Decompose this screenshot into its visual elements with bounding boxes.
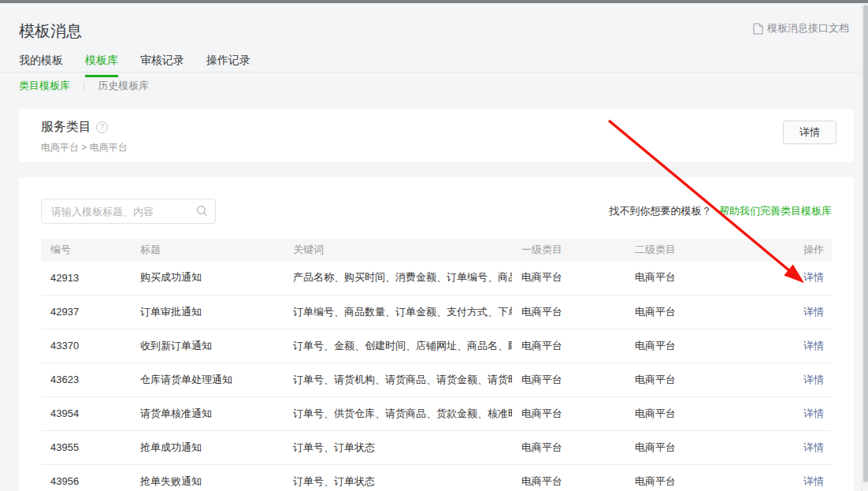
api-doc-link[interactable]: 模板消息接口文档 (753, 21, 849, 35)
cell-keywords: 订单号、订单状态 (284, 430, 512, 464)
document-icon (753, 23, 763, 35)
breadcrumb: 电商平台 > 电商平台 (41, 141, 128, 154)
table-header-row: 编号 标题 关键词 一级类目 二级类目 操作 (41, 239, 832, 261)
cell-title: 订单审批通知 (131, 295, 284, 329)
search-icon (196, 205, 208, 220)
cell-id: 43954 (41, 396, 131, 430)
subtab-divider: | (83, 80, 85, 91)
table-row: 43956抢单失败通知订单号、订单状态电商平台电商平台详情 (41, 464, 832, 491)
cell-category2: 电商平台 (625, 464, 788, 491)
row-detail-link: 详情 (788, 363, 832, 396)
header-category1: 一级类目 (512, 239, 625, 261)
cell-category2: 电商平台 (625, 396, 788, 430)
cell-id: 43370 (41, 329, 131, 363)
tab-operation-records[interactable]: 操作记录 (206, 54, 250, 77)
table-row: 43954请货单核准通知订单号、供货仓库、请货商品、货款金额、核准时间电商平台电… (41, 396, 832, 430)
row-detail-link[interactable]: 详情 (803, 475, 824, 487)
template-table-body: 42913购买成功通知产品名称、购买时间、消费金额、订单编号、商品名称、支...… (41, 261, 832, 491)
subtab-history-library[interactable]: 历史模板库 (98, 79, 149, 93)
cell-title: 抢单成功通知 (131, 430, 284, 464)
row-detail-link[interactable]: 详情 (803, 441, 824, 453)
cell-keywords: 订单号、请货机构、请货商品、请货金额、请货时间 (284, 363, 512, 396)
cell-id: 43955 (41, 430, 131, 464)
window-top-strip (0, 0, 868, 3)
tab-my-templates[interactable]: 我的模板 (19, 54, 63, 77)
template-table-card: 找不到你想要的模板？ 帮助我们完善类目模板库 编号 标题 关键词 一级类目 二级… (19, 177, 854, 491)
scrollbar-thumb[interactable] (863, 5, 868, 482)
category-detail-button[interactable]: 详情 (783, 121, 836, 144)
cell-category2: 电商平台 (625, 261, 788, 295)
row-detail-link[interactable]: 详情 (803, 340, 824, 352)
tab-audit-records[interactable]: 审核记录 (140, 54, 184, 77)
header-title: 标题 (131, 239, 284, 261)
template-table: 编号 标题 关键词 一级类目 二级类目 操作 42913购买成功通知产品名称、购… (41, 239, 832, 491)
row-detail-link: 详情 (788, 396, 832, 430)
page-title: 模板消息 (19, 20, 82, 42)
cell-title: 请货单核准通知 (131, 396, 284, 430)
cell-category1: 电商平台 (512, 464, 625, 491)
cell-category1: 电商平台 (512, 396, 625, 430)
cell-category1: 电商平台 (512, 430, 625, 464)
row-detail-link: 详情 (788, 295, 832, 329)
row-detail-link: 详情 (788, 261, 832, 295)
cell-keywords: 订单号、订单状态 (284, 464, 512, 491)
cell-category1: 电商平台 (512, 295, 625, 329)
header-id: 编号 (41, 239, 131, 261)
tab-template-library[interactable]: 模板库 (85, 54, 118, 77)
search-box (41, 199, 216, 224)
table-row: 43623仓库请货单处理通知订单号、请货机构、请货商品、请货金额、请货时间电商平… (41, 363, 832, 396)
help-question-text: 找不到你想要的模板？ (609, 205, 711, 217)
cell-title: 收到新订单通知 (131, 329, 284, 363)
row-detail-link[interactable]: 详情 (803, 271, 824, 283)
search-input[interactable] (41, 199, 216, 224)
main-tabs: 我的模板 模板库 审核记录 操作记录 (19, 54, 250, 77)
subtab-category-library[interactable]: 类目模板库 (19, 79, 70, 93)
cell-id: 43623 (41, 363, 131, 396)
service-category-card: 服务类目 ? 电商平台 > 电商平台 详情 (19, 109, 854, 162)
cell-id: 42913 (41, 261, 131, 295)
sub-tabs: 类目模板库 | 历史模板库 (19, 79, 149, 93)
row-detail-link: 详情 (788, 329, 832, 363)
cell-keywords: 产品名称、购买时间、消费金额、订单编号、商品名称、支... (284, 261, 512, 295)
cell-keywords: 订单号、金额、创建时间、店铺网址、商品名、顾客、数量... (284, 329, 512, 363)
cell-id: 43956 (41, 464, 131, 491)
row-detail-link[interactable]: 详情 (803, 306, 824, 318)
cell-title: 仓库请货单处理通知 (131, 363, 284, 396)
table-row: 42913购买成功通知产品名称、购买时间、消费金额、订单编号、商品名称、支...… (41, 261, 832, 295)
vertical-scrollbar[interactable] (862, 3, 868, 491)
row-detail-link[interactable]: 详情 (803, 407, 824, 419)
cell-category1: 电商平台 (512, 261, 625, 295)
row-detail-link: 详情 (788, 464, 832, 491)
cell-category2: 电商平台 (625, 363, 788, 396)
cell-category1: 电商平台 (512, 363, 625, 396)
cell-id: 42937 (41, 295, 131, 329)
row-detail-link[interactable]: 详情 (803, 374, 824, 385)
header-keywords: 关键词 (284, 239, 512, 261)
api-doc-link-label: 模板消息接口文档 (767, 21, 849, 35)
improve-library-link[interactable]: 帮助我们完善类目模板库 (719, 205, 832, 217)
table-row: 43955抢单成功通知订单号、订单状态电商平台电商平台详情 (41, 430, 832, 464)
cell-keywords: 订单编号、商品数量、订单金额、支付方式、下单时间 (284, 295, 512, 329)
header-action: 操作 (788, 239, 832, 261)
table-row: 43370收到新订单通知订单号、金额、创建时间、店铺网址、商品名、顾客、数量..… (41, 329, 832, 363)
cell-category2: 电商平台 (625, 430, 788, 464)
service-category-title: 服务类目 (41, 119, 91, 136)
cell-category2: 电商平台 (625, 295, 788, 329)
cell-category2: 电商平台 (625, 329, 788, 363)
header-category2: 二级类目 (625, 239, 788, 261)
cell-title: 抢单失败通知 (131, 464, 284, 491)
cell-keywords: 订单号、供货仓库、请货商品、货款金额、核准时间 (284, 396, 512, 430)
table-row: 42937订单审批通知订单编号、商品数量、订单金额、支付方式、下单时间电商平台电… (41, 295, 832, 329)
cell-title: 购买成功通知 (131, 261, 284, 295)
cell-category1: 电商平台 (512, 329, 625, 363)
row-detail-link: 详情 (788, 430, 832, 464)
help-circle-icon[interactable]: ? (96, 121, 108, 133)
